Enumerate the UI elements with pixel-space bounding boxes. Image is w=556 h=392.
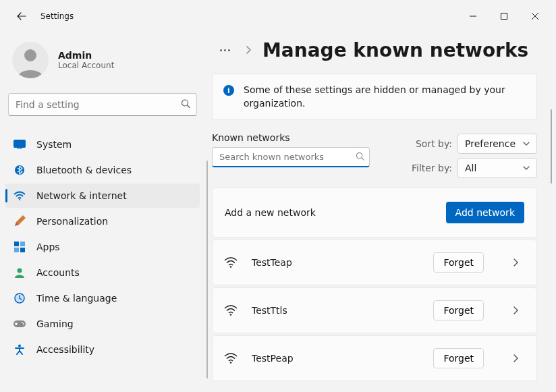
sidebar-search-input[interactable] <box>8 93 197 116</box>
search-icon <box>356 152 364 163</box>
avatar <box>12 42 49 78</box>
network-name: TestPeap <box>252 353 420 364</box>
sidebar-item-system[interactable]: System <box>5 132 200 157</box>
sidebar-item-accessibility[interactable]: Accessibility <box>5 337 200 362</box>
maximize-button[interactable] <box>489 5 520 27</box>
svg-point-20 <box>230 362 231 363</box>
network-expand-button[interactable] <box>505 300 526 320</box>
titlebar: Settings <box>0 0 556 32</box>
user-account-type: Local Account <box>58 61 114 70</box>
minimize-icon <box>470 13 476 20</box>
sidebar-item-gaming[interactable]: Gaming <box>5 312 200 336</box>
svg-point-16 <box>18 345 21 347</box>
close-button[interactable] <box>520 5 551 27</box>
sidebar-item-bluetooth[interactable]: Bluetooth & devices <box>5 158 200 182</box>
user-avatar-icon <box>12 42 49 78</box>
svg-point-1 <box>24 49 36 61</box>
sort-by-value: Preference <box>465 138 516 149</box>
sidebar-item-network[interactable]: Network & internet <box>5 184 200 208</box>
svg-rect-7 <box>14 242 19 246</box>
forget-button[interactable]: Forget <box>433 252 484 273</box>
accounts-icon <box>13 267 26 279</box>
banner-text: Some of these settings are hidden or man… <box>244 84 526 110</box>
main-scrollbar[interactable] <box>551 109 552 184</box>
svg-point-6 <box>19 199 20 200</box>
main-content: Manage known networks i Some of these se… <box>208 32 556 392</box>
svg-rect-9 <box>14 248 19 252</box>
nav: SystemBluetooth & devicesNetwork & inter… <box>5 132 200 362</box>
svg-point-11 <box>18 269 22 273</box>
svg-point-14 <box>22 322 23 323</box>
sidebar-item-label: Gaming <box>36 318 74 329</box>
time-icon <box>13 292 26 304</box>
back-button[interactable] <box>11 5 32 27</box>
network-icon <box>13 190 26 202</box>
filter-by-label: Filter by: <box>409 163 452 173</box>
system-icon <box>13 138 26 150</box>
chevron-down-icon <box>523 142 530 146</box>
filter-by-value: All <box>465 163 476 173</box>
svg-rect-4 <box>17 148 22 149</box>
svg-point-19 <box>230 314 231 315</box>
sidebar: Admin Local Account SystemBluetooth & de… <box>0 32 208 392</box>
wifi-icon <box>223 255 238 270</box>
close-icon <box>532 13 538 20</box>
chevron-down-icon <box>523 166 530 170</box>
network-name: TestTtls <box>252 305 420 316</box>
gaming-icon <box>13 318 26 330</box>
sidebar-item-apps[interactable]: Apps <box>5 235 200 259</box>
network-item[interactable]: TestPeapForget <box>212 335 537 381</box>
app-title: Settings <box>40 11 74 21</box>
sidebar-item-label: Network & internet <box>36 190 127 201</box>
sidebar-item-label: System <box>36 139 72 150</box>
add-network-button[interactable]: Add network <box>446 202 524 223</box>
forget-button[interactable]: Forget <box>433 300 484 320</box>
svg-point-15 <box>23 323 24 325</box>
svg-rect-8 <box>20 242 25 246</box>
page-title: Manage known networks <box>262 39 528 61</box>
network-expand-button[interactable] <box>505 252 526 273</box>
back-arrow-icon <box>16 11 27 22</box>
sort-by-select[interactable]: Preference <box>457 134 537 154</box>
info-icon: i <box>223 85 234 96</box>
org-managed-banner: i Some of these settings are hidden or m… <box>212 74 537 120</box>
svg-point-18 <box>230 266 231 267</box>
maximize-icon <box>501 13 507 20</box>
svg-rect-10 <box>20 248 25 252</box>
add-network-row: Add a new network Add network <box>213 188 536 237</box>
user-account-row[interactable]: Admin Local Account <box>5 32 200 93</box>
known-networks-label: Known networks <box>212 132 409 143</box>
sidebar-item-accounts[interactable]: Accounts <box>5 260 200 285</box>
sidebar-item-time[interactable]: Time & language <box>5 286 200 310</box>
sidebar-item-label: Personalization <box>36 216 108 227</box>
minimize-button[interactable] <box>457 5 489 27</box>
breadcrumb-ellipsis[interactable] <box>216 45 234 55</box>
personalization-icon <box>13 215 26 227</box>
network-list: TestTeapForgetTestTtlsForgetTestPeapForg… <box>212 240 537 381</box>
apps-icon <box>13 241 26 253</box>
search-networks-input[interactable] <box>212 147 370 167</box>
sidebar-item-label: Apps <box>36 242 60 252</box>
svg-rect-3 <box>14 140 26 148</box>
search-icon <box>181 99 190 111</box>
filter-by-select[interactable]: All <box>457 158 537 178</box>
network-expand-button[interactable] <box>505 348 526 368</box>
network-item[interactable]: TestTtlsForget <box>212 287 537 333</box>
breadcrumb: Manage known networks <box>212 39 537 61</box>
sidebar-item-label: Accessibility <box>36 344 94 355</box>
accessibility-icon <box>13 343 26 356</box>
svg-rect-0 <box>501 13 507 20</box>
forget-button[interactable]: Forget <box>433 348 484 368</box>
sidebar-item-personalization[interactable]: Personalization <box>5 209 200 233</box>
network-item[interactable]: TestTeapForget <box>212 240 537 285</box>
sidebar-item-label: Bluetooth & devices <box>36 165 132 175</box>
sidebar-item-label: Time & language <box>36 293 117 304</box>
network-name: TestTeap <box>252 257 420 268</box>
wifi-icon <box>223 303 238 318</box>
sort-by-label: Sort by: <box>409 138 452 149</box>
bluetooth-icon <box>13 164 26 176</box>
wifi-icon <box>223 351 238 366</box>
chevron-right-icon <box>245 45 252 56</box>
user-name: Admin <box>58 50 114 61</box>
sidebar-item-label: Accounts <box>36 267 80 278</box>
